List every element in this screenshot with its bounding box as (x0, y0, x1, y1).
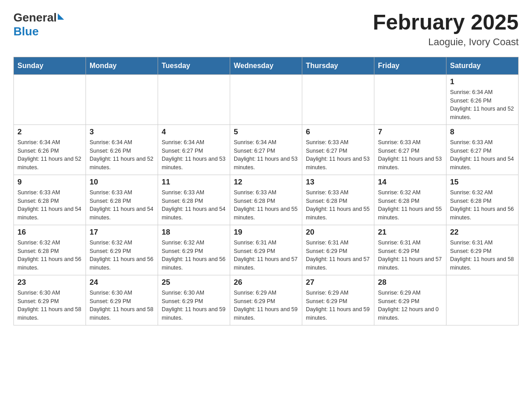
day-number: 14 (378, 178, 442, 187)
day-number: 17 (90, 228, 154, 237)
day-number: 7 (378, 128, 442, 137)
calendar-cell: 16Sunrise: 6:32 AMSunset: 6:28 PMDayligh… (14, 225, 86, 275)
calendar-cell: 8Sunrise: 6:33 AMSunset: 6:27 PMDaylight… (446, 124, 519, 175)
col-sunday: Sunday (14, 57, 86, 74)
day-info: Sunrise: 6:29 AMSunset: 6:29 PMDaylight:… (378, 289, 442, 322)
calendar-title: February 2025 (373, 11, 519, 34)
day-number: 27 (306, 278, 370, 287)
col-tuesday: Tuesday (158, 57, 230, 74)
day-number: 15 (450, 178, 515, 187)
day-number: 12 (234, 178, 298, 187)
calendar-cell: 22Sunrise: 6:31 AMSunset: 6:29 PMDayligh… (446, 225, 519, 275)
calendar-cell: 2Sunrise: 6:34 AMSunset: 6:26 PMDaylight… (14, 124, 86, 175)
calendar-cell: 1Sunrise: 6:34 AMSunset: 6:26 PMDaylight… (446, 74, 519, 124)
logo-blue-text: Blue (13, 25, 39, 39)
day-info: Sunrise: 6:31 AMSunset: 6:29 PMDaylight:… (450, 239, 515, 272)
day-info: Sunrise: 6:30 AMSunset: 6:29 PMDaylight:… (162, 289, 226, 322)
calendar-week-row: 23Sunrise: 6:30 AMSunset: 6:29 PMDayligh… (14, 275, 519, 325)
day-info: Sunrise: 6:34 AMSunset: 6:26 PMDaylight:… (90, 138, 154, 172)
day-number: 2 (17, 128, 82, 137)
day-number: 16 (17, 228, 82, 237)
calendar-cell: 24Sunrise: 6:30 AMSunset: 6:29 PMDayligh… (86, 275, 158, 325)
calendar-cell: 26Sunrise: 6:29 AMSunset: 6:29 PMDayligh… (230, 275, 302, 325)
day-info: Sunrise: 6:32 AMSunset: 6:29 PMDaylight:… (90, 239, 154, 272)
col-friday: Friday (374, 57, 446, 74)
day-info: Sunrise: 6:29 AMSunset: 6:29 PMDaylight:… (234, 289, 298, 322)
title-area: February 2025 Laoguie, Ivory Coast (373, 11, 519, 48)
day-number: 22 (450, 228, 515, 237)
day-number: 21 (378, 228, 442, 237)
calendar-cell: 25Sunrise: 6:30 AMSunset: 6:29 PMDayligh… (158, 275, 230, 325)
day-number: 6 (306, 128, 370, 137)
day-info: Sunrise: 6:33 AMSunset: 6:28 PMDaylight:… (234, 188, 298, 222)
calendar-cell: 18Sunrise: 6:32 AMSunset: 6:29 PMDayligh… (158, 225, 230, 275)
calendar-cell (446, 275, 519, 325)
day-info: Sunrise: 6:33 AMSunset: 6:28 PMDaylight:… (17, 188, 82, 222)
calendar-cell: 12Sunrise: 6:33 AMSunset: 6:28 PMDayligh… (230, 175, 302, 225)
calendar-cell: 13Sunrise: 6:33 AMSunset: 6:28 PMDayligh… (302, 175, 374, 225)
calendar-cell (86, 74, 158, 124)
calendar-week-row: 1Sunrise: 6:34 AMSunset: 6:26 PMDaylight… (14, 74, 519, 124)
calendar-cell: 15Sunrise: 6:32 AMSunset: 6:28 PMDayligh… (446, 175, 519, 225)
day-info: Sunrise: 6:33 AMSunset: 6:28 PMDaylight:… (90, 188, 154, 222)
day-number: 24 (90, 278, 154, 287)
day-number: 9 (17, 178, 82, 187)
day-info: Sunrise: 6:34 AMSunset: 6:27 PMDaylight:… (162, 138, 226, 172)
day-info: Sunrise: 6:33 AMSunset: 6:28 PMDaylight:… (306, 188, 370, 222)
day-number: 20 (306, 228, 370, 237)
calendar-cell: 7Sunrise: 6:33 AMSunset: 6:27 PMDaylight… (374, 124, 446, 175)
calendar-cell: 23Sunrise: 6:30 AMSunset: 6:29 PMDayligh… (14, 275, 86, 325)
calendar-cell (374, 74, 446, 124)
day-number: 8 (450, 128, 515, 137)
logo-general-text: General (13, 11, 57, 25)
calendar-cell: 21Sunrise: 6:31 AMSunset: 6:29 PMDayligh… (374, 225, 446, 275)
calendar-cell: 19Sunrise: 6:31 AMSunset: 6:29 PMDayligh… (230, 225, 302, 275)
calendar-week-row: 9Sunrise: 6:33 AMSunset: 6:28 PMDaylight… (14, 175, 519, 225)
day-info: Sunrise: 6:32 AMSunset: 6:29 PMDaylight:… (162, 239, 226, 272)
calendar-cell: 10Sunrise: 6:33 AMSunset: 6:28 PMDayligh… (86, 175, 158, 225)
day-info: Sunrise: 6:31 AMSunset: 6:29 PMDaylight:… (234, 239, 298, 272)
day-info: Sunrise: 6:32 AMSunset: 6:28 PMDaylight:… (378, 188, 442, 222)
calendar-cell (158, 74, 230, 124)
day-number: 19 (234, 228, 298, 237)
calendar-cell: 11Sunrise: 6:33 AMSunset: 6:28 PMDayligh… (158, 175, 230, 225)
day-info: Sunrise: 6:33 AMSunset: 6:27 PMDaylight:… (450, 138, 515, 172)
col-wednesday: Wednesday (230, 57, 302, 74)
day-number: 5 (234, 128, 298, 137)
calendar-cell: 3Sunrise: 6:34 AMSunset: 6:26 PMDaylight… (86, 124, 158, 175)
calendar-cell: 17Sunrise: 6:32 AMSunset: 6:29 PMDayligh… (86, 225, 158, 275)
day-info: Sunrise: 6:29 AMSunset: 6:29 PMDaylight:… (306, 289, 370, 322)
calendar-week-row: 16Sunrise: 6:32 AMSunset: 6:28 PMDayligh… (14, 225, 519, 275)
calendar-cell (230, 74, 302, 124)
day-number: 25 (162, 278, 226, 287)
day-info: Sunrise: 6:31 AMSunset: 6:29 PMDaylight:… (306, 239, 370, 272)
calendar-cell: 4Sunrise: 6:34 AMSunset: 6:27 PMDaylight… (158, 124, 230, 175)
calendar-cell (302, 74, 374, 124)
calendar-cell: 6Sunrise: 6:33 AMSunset: 6:27 PMDaylight… (302, 124, 374, 175)
col-monday: Monday (86, 57, 158, 74)
day-number: 4 (162, 128, 226, 137)
day-number: 13 (306, 178, 370, 187)
day-number: 3 (90, 128, 154, 137)
calendar-cell: 14Sunrise: 6:32 AMSunset: 6:28 PMDayligh… (374, 175, 446, 225)
day-info: Sunrise: 6:31 AMSunset: 6:29 PMDaylight:… (378, 239, 442, 272)
calendar-cell (14, 74, 86, 124)
calendar-body: 1Sunrise: 6:34 AMSunset: 6:26 PMDaylight… (14, 74, 519, 325)
day-info: Sunrise: 6:30 AMSunset: 6:29 PMDaylight:… (90, 289, 154, 322)
day-number: 11 (162, 178, 226, 187)
calendar-header: Sunday Monday Tuesday Wednesday Thursday… (14, 57, 519, 74)
col-thursday: Thursday (302, 57, 374, 74)
calendar-cell: 5Sunrise: 6:34 AMSunset: 6:27 PMDaylight… (230, 124, 302, 175)
day-info: Sunrise: 6:33 AMSunset: 6:27 PMDaylight:… (378, 138, 442, 172)
day-number: 23 (17, 278, 82, 287)
calendar-cell: 20Sunrise: 6:31 AMSunset: 6:29 PMDayligh… (302, 225, 374, 275)
day-info: Sunrise: 6:34 AMSunset: 6:26 PMDaylight:… (17, 138, 82, 172)
calendar-subtitle: Laoguie, Ivory Coast (373, 36, 519, 48)
calendar-table: Sunday Monday Tuesday Wednesday Thursday… (13, 57, 519, 325)
day-info: Sunrise: 6:33 AMSunset: 6:28 PMDaylight:… (162, 188, 226, 222)
day-info: Sunrise: 6:34 AMSunset: 6:26 PMDaylight:… (450, 88, 515, 122)
calendar-cell: 28Sunrise: 6:29 AMSunset: 6:29 PMDayligh… (374, 275, 446, 325)
col-saturday: Saturday (446, 57, 519, 74)
day-number: 10 (90, 178, 154, 187)
logo-arrow-icon (58, 13, 64, 20)
